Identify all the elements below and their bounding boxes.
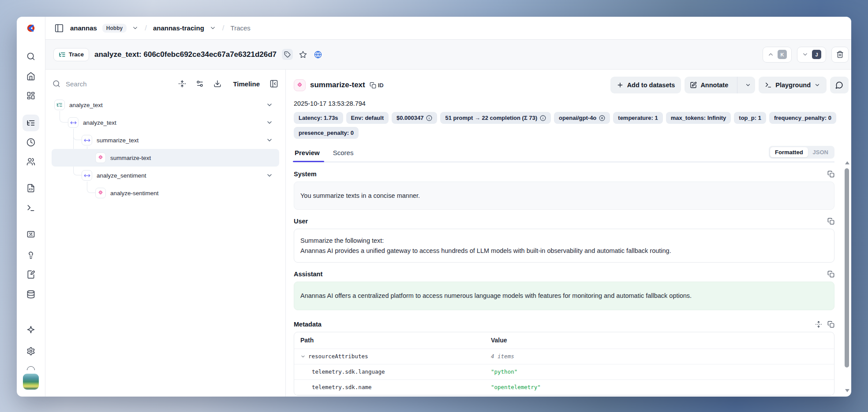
settings-gear-icon[interactable] (26, 347, 35, 356)
tree-node-generation-selected[interactable]: summarize-text (52, 149, 279, 167)
temperature-badge: temperature: 1 (613, 112, 662, 124)
format-toggle: Formatted JSON (769, 146, 834, 159)
timeline-toggle[interactable]: Timeline (233, 80, 260, 88)
playground-terminal-icon[interactable] (26, 204, 35, 212)
view-settings-icon[interactable] (196, 80, 204, 88)
tree-node-generation[interactable]: analyze-sentiment (52, 184, 279, 202)
system-label: System (294, 171, 317, 178)
tokens-badge[interactable]: 51 prompt → 22 completion (Σ 73) (440, 112, 551, 124)
annotation-notebook-pen-icon[interactable] (26, 270, 35, 279)
user-avatar[interactable] (23, 374, 39, 390)
tree-node-span[interactable]: summarize_text (52, 131, 279, 149)
chevron-down-icon[interactable] (266, 101, 273, 108)
span-icon (82, 170, 92, 181)
breadcrumb-section[interactable]: Traces (231, 24, 251, 32)
metadata-value: "opentelemetry" (491, 384, 828, 390)
copy-icon[interactable] (827, 271, 834, 278)
cost-badge[interactable]: $0.000347 (392, 112, 437, 124)
home-icon[interactable] (26, 72, 35, 81)
scroll-up-arrow[interactable] (845, 161, 849, 164)
frequency-penalty-badge: frequency_penalty: 0 (769, 112, 836, 124)
tree-search-input[interactable] (66, 80, 168, 88)
evals-monitor-icon[interactable] (26, 230, 35, 239)
download-icon[interactable] (213, 80, 221, 88)
detail-tabs: Preview Scores Formatted JSON (294, 146, 834, 163)
delete-trace-button[interactable] (831, 47, 849, 63)
tree-node-label: analyze-sentiment (110, 190, 159, 197)
breadcrumb-org[interactable]: anannas (70, 24, 97, 32)
tree-node-label: analyze_sentiment (97, 172, 146, 179)
annotate-dropdown-chevron[interactable] (741, 77, 755, 93)
datasets-database-icon[interactable] (26, 290, 35, 299)
tree-node-label: summarize_text (97, 137, 138, 144)
system-section-header: System (294, 171, 834, 178)
chevron-down-icon[interactable] (210, 25, 216, 31)
annotate-split-button[interactable]: Annotate (685, 77, 755, 93)
model-badge[interactable]: openai/gpt-4o (554, 112, 610, 124)
sessions-clock-icon[interactable] (26, 138, 35, 147)
tree-node-span[interactable]: analyze_text (52, 114, 279, 131)
trace-type-label: Trace (69, 51, 84, 58)
panel-collapse-icon[interactable] (269, 79, 278, 88)
latency-badge: Latency: 1.73s (294, 112, 343, 124)
chevron-down-icon[interactable] (132, 25, 138, 31)
dashboard-icon[interactable] (26, 91, 35, 100)
observation-title: summarize-text (310, 81, 365, 89)
comments-button[interactable] (830, 77, 849, 93)
chevron-down-icon[interactable] (266, 137, 273, 144)
trace-title: analyze_text: 606c0febc692ce34ec67a7e632… (94, 50, 277, 59)
users-icon[interactable] (26, 157, 35, 166)
annotate-button[interactable]: Annotate (685, 77, 733, 93)
lightbulb-icon[interactable] (26, 250, 35, 259)
metadata-value: 4 items (491, 353, 828, 360)
trace-bar: Trace analyze_text: 606c0febc692ce34ec67… (45, 40, 851, 70)
add-to-datasets-button[interactable]: Add to datasets (610, 77, 681, 93)
chevron-down-icon[interactable] (266, 119, 273, 126)
prompts-file-code-icon[interactable] (26, 184, 35, 193)
upgrade-sparkle-icon[interactable] (26, 325, 35, 334)
generation-icon (95, 188, 106, 198)
prev-trace-button[interactable]: K (763, 47, 792, 63)
copy-icon[interactable] (827, 321, 834, 328)
format-json-option[interactable]: JSON (808, 147, 833, 157)
chevron-down-icon[interactable] (300, 354, 306, 359)
panel-left-toggle-icon[interactable] (53, 22, 65, 34)
next-trace-button[interactable]: J (797, 47, 826, 63)
app-window: anannas Hobby / anannas-tracing / Traces… (17, 17, 851, 397)
metadata-row-group[interactable]: resourceAttributes 4 items (294, 349, 834, 364)
collapse-all-icon[interactable] (178, 80, 186, 88)
detail-scrollbar[interactable] (844, 161, 850, 392)
assistant-section-header: Assistant (294, 271, 834, 278)
breadcrumb-project[interactable]: anannas-tracing (153, 24, 204, 32)
metadata-col-value: Value (491, 337, 828, 344)
user-label: User (294, 218, 308, 225)
top-bar: anannas Hobby / anannas-tracing / Traces (45, 17, 851, 40)
metadata-value: "python" (491, 368, 828, 375)
tree-node-trace[interactable]: analyze_text (52, 96, 279, 114)
tag-icon[interactable] (282, 49, 293, 60)
playground-button[interactable]: Playground (759, 77, 827, 93)
observation-detail-panel: summarize-text ID Add to datasets Annota… (286, 70, 851, 397)
copy-icon[interactable] (827, 218, 834, 225)
chevron-down-icon[interactable] (266, 172, 273, 179)
tab-scores[interactable]: Scores (332, 146, 355, 161)
expand-icon[interactable] (815, 321, 822, 328)
copy-id-button[interactable]: ID (370, 82, 384, 89)
copy-icon[interactable] (827, 171, 834, 178)
scrollbar-thumb[interactable] (845, 168, 849, 367)
circle-plus-icon (599, 115, 605, 121)
trace-type-badge: Trace (53, 48, 89, 61)
tab-preview[interactable]: Preview (294, 146, 321, 161)
tracing-icon-active[interactable] (22, 115, 39, 131)
format-formatted-option[interactable]: Formatted (770, 147, 808, 157)
user-section-header: User (294, 218, 834, 225)
tree-node-span[interactable]: analyze_sentiment (52, 167, 279, 184)
metric-badges-row: Latency: 1.73s Env: default $0.000347 51… (294, 112, 851, 124)
search-icon[interactable] (26, 52, 35, 61)
scroll-down-arrow[interactable] (845, 389, 849, 392)
metadata-label: Metadata (294, 321, 322, 328)
assistant-message-text: Anannas AI offers a centralized platform… (300, 292, 692, 299)
star-icon[interactable] (298, 50, 308, 59)
sidebar-rail (17, 17, 45, 397)
globe-public-icon[interactable] (313, 50, 323, 59)
